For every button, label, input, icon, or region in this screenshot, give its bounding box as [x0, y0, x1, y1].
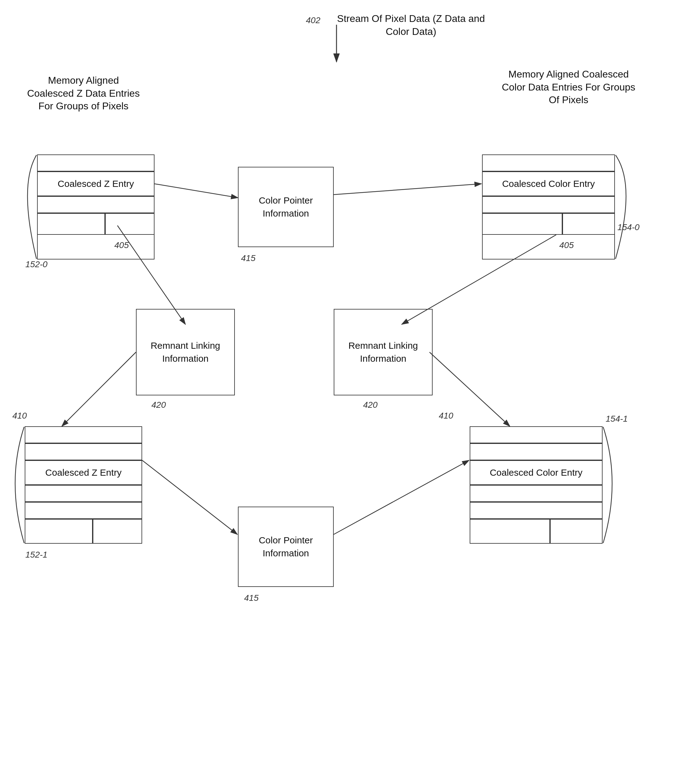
z-entry-mid-row-1: Coalesced Z Entry [25, 460, 142, 485]
z-entry-label-1: Coalesced Z Entry [37, 467, 130, 478]
stream-label: Stream Of Pixel Data (Z Data and Color D… [334, 12, 488, 38]
ref-405-left: 405 [114, 240, 129, 250]
stream-ref: 402 [306, 16, 321, 25]
color-entry-split-left-1 [470, 519, 550, 544]
color-entry-split-right-1 [550, 519, 603, 544]
color-entry-top-row-1 [470, 426, 603, 443]
color-entry-top2-row-1 [470, 443, 603, 460]
ref-152-1: 152-1 [25, 550, 48, 560]
z-entry-bot-row-1 [25, 485, 142, 502]
z-entry-top2-row-1 [25, 443, 142, 460]
z-entry-label-0: Coalesced Z Entry [50, 179, 142, 189]
z-entry-split-left-1 [25, 519, 93, 544]
ref-420-left: 420 [151, 400, 166, 410]
right-header: Memory Aligned Coalesced Color Data Entr… [500, 68, 637, 107]
z-entry-top-row-0 [37, 154, 154, 171]
z-entry-bot2-row-1 [25, 502, 142, 519]
ref-410-right: 410 [439, 411, 453, 421]
z-entry-bot-row-0 [37, 196, 154, 213]
diagram: Stream Of Pixel Data (Z Data and Color D… [0, 0, 673, 784]
z-entry-split-right-1 [93, 519, 142, 544]
color-entry-label-0: Coalesced Color Entry [490, 179, 607, 189]
color-pointer-info-bottom: Color Pointer Information [238, 507, 334, 587]
z-entry-split-left-0 [37, 213, 105, 235]
left-header: Memory Aligned Coalesced Z Data Entries … [25, 74, 142, 113]
svg-line-6 [62, 352, 136, 426]
ref-405-right: 405 [559, 240, 574, 250]
color-entry-bot-row-1 [470, 485, 603, 502]
ref-154-1: 154-1 [606, 414, 628, 424]
remnant-linking-right: Remnant Linking Information [334, 309, 433, 395]
svg-line-4 [334, 184, 481, 194]
ref-420-right: 420 [363, 400, 378, 410]
color-entry-bot-row-0 [482, 196, 615, 213]
color-entry-split-right-0 [562, 213, 615, 235]
ref-410-left: 410 [12, 411, 27, 421]
color-entry-label-1: Coalesced Color Entry [477, 467, 595, 478]
svg-line-3 [154, 184, 238, 198]
z-entry-mid-row-0: Coalesced Z Entry [37, 171, 154, 196]
remnant-linking-left: Remnant Linking Information [136, 309, 235, 395]
ref-154-0: 154-0 [617, 222, 640, 232]
z-entry-split-right-0 [105, 213, 154, 235]
color-entry-bot2-row-1 [470, 502, 603, 519]
color-entry-mid-row-0: Coalesced Color Entry [482, 171, 615, 196]
color-entry-mid-row-1: Coalesced Color Entry [470, 460, 603, 485]
color-pointer-info-top: Color Pointer Information [238, 167, 334, 247]
color-entry-split-left-0 [482, 213, 562, 235]
ref-415-bottom: 415 [244, 593, 259, 603]
z-entry-top-row-1 [25, 426, 142, 443]
svg-line-10 [334, 460, 469, 534]
svg-line-9 [142, 460, 237, 534]
ref-415-top: 415 [241, 253, 255, 263]
ref-152-0: 152-0 [25, 260, 48, 269]
color-entry-top-row-0 [482, 154, 615, 171]
